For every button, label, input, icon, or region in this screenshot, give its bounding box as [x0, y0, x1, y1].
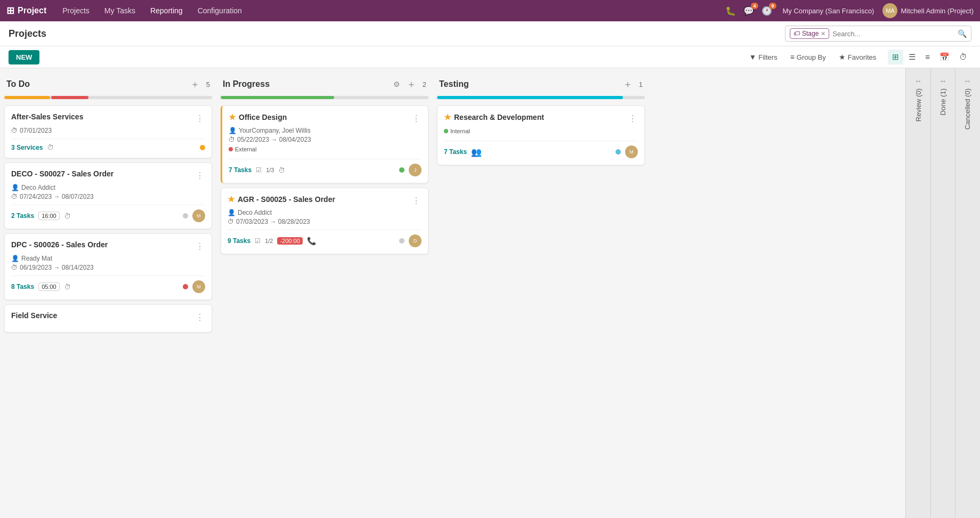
calendar-view-btn[interactable]: 📅 [935, 50, 954, 64]
new-button[interactable]: NEW [9, 50, 39, 64]
filters-label: Filters [758, 53, 777, 61]
filter-icon: ▼ [749, 53, 756, 61]
search-input[interactable] [832, 30, 954, 38]
col-settings-inprogress[interactable]: ⚙ [393, 80, 400, 88]
bug-icon[interactable]: 🐛 [723, 4, 738, 18]
card-menu-deco[interactable]: ⋮ [195, 169, 205, 182]
testing-bar-2 [624, 96, 645, 99]
col-add-testing[interactable]: ＋ [621, 77, 635, 92]
tasks-label-dpc: 8 Tasks [11, 283, 34, 290]
col-count-inprogress: 2 [423, 80, 426, 88]
card-title-office: ★ Office Design [229, 112, 287, 122]
topnav-icons: 🐛 💬 4 🕐 9 [723, 4, 774, 18]
groupby-icon: ≡ [790, 53, 795, 61]
tasks-label-research: 7 Tasks [444, 148, 467, 156]
avatar-dpc: M [192, 280, 205, 293]
app-logo[interactable]: ⊞ Project [6, 5, 46, 17]
dot-external [229, 147, 233, 151]
remove-filter[interactable]: ✕ [821, 30, 825, 37]
card-after-sales[interactable]: After-Sales Services ⋮ ⏱ 07/01/2023 3 Se… [4, 106, 212, 158]
nav-configuration[interactable]: Configuration [190, 0, 249, 21]
star-icon-office: ★ [229, 112, 236, 122]
collapsed-label-done: Done (1) [939, 88, 947, 120]
card-menu-dpc[interactable]: ⋮ [195, 240, 205, 253]
col-header-inprogress: In Progress ⚙ ＋ 2 [221, 77, 428, 96]
nav-projects[interactable]: Projects [55, 0, 97, 21]
subheader: Projects 🏷 Stage ✕ 🔍 [0, 21, 980, 46]
todo-bar-3 [90, 96, 204, 99]
todo-bar-1 [4, 96, 50, 99]
testing-bar-1 [437, 96, 623, 99]
card-office-design[interactable]: ★ Office Design ⋮ 👤 YourCompany, Joel Wi… [221, 106, 428, 183]
card-menu-agr[interactable]: ⋮ [411, 195, 422, 207]
card-menu-research[interactable]: ⋮ [627, 112, 638, 125]
card-meta-office: 👤 YourCompany, Joel Willis [229, 127, 422, 134]
avatar-office: J [409, 164, 422, 176]
status-dot-deco [183, 213, 188, 218]
col-header-todo: To Do ＋ 5 [4, 77, 212, 96]
card-field-service[interactable]: Field Service ⋮ [4, 304, 212, 333]
chat-icon[interactable]: 💬 4 [741, 4, 756, 18]
favorites-label: Favorites [848, 53, 876, 61]
toolbar: NEW ▼ Filters ≡ Group By ★ Favorites ⊞ ☰… [0, 46, 980, 68]
todo-bar-2 [51, 96, 88, 99]
stage-filter-tag[interactable]: 🏷 Stage ✕ [790, 28, 829, 39]
favorites-button[interactable]: ★ Favorites [833, 50, 881, 64]
nav-reporting[interactable]: Reporting [143, 0, 190, 21]
card-menu-after-sales[interactable]: ⋮ [195, 112, 205, 125]
col-title-testing: Testing [439, 79, 469, 89]
collapsed-col-review[interactable]: ↔ Review (0) [906, 68, 930, 518]
card-menu-office[interactable]: ⋮ [411, 112, 422, 125]
clock-icon: ⏱ [11, 264, 18, 271]
search-icon[interactable]: 🔍 [958, 29, 967, 38]
user-menu[interactable]: MA Mitchell Admin (Project) [882, 3, 974, 18]
phone-icon: 📞 [307, 237, 316, 245]
collapsed-col-done[interactable]: ↔ Done (1) [930, 68, 955, 518]
column-todo: To Do ＋ 5 After-Sales Services ⋮ ⏱ 07/01… [4, 77, 212, 517]
nav-mytasks[interactable]: My Tasks [97, 0, 143, 21]
list-view-btn[interactable]: ☰ [904, 50, 920, 64]
search-bar: 🏷 Stage ✕ 🔍 [785, 26, 971, 42]
status-dot-research [615, 149, 621, 155]
main-nav: Projects My Tasks Reporting Configuratio… [55, 0, 249, 21]
col-count-todo: 5 [206, 80, 210, 88]
collapsed-col-cancelled[interactable]: ↔ Cancelled (0) [955, 68, 979, 518]
card-agr-s00025[interactable]: ★ AGR - S00025 - Sales Order ⋮ 👤 Deco Ad… [221, 188, 428, 254]
check-icon: ☑ [256, 166, 262, 174]
clock-view-btn[interactable]: ⏱ [955, 50, 971, 64]
groupby-button[interactable]: ≡ Group By [785, 50, 831, 64]
card-research-dev[interactable]: ★ Research & Development ⋮ Internal 7 Ta… [437, 106, 645, 165]
card-meta-deco: 👤 Deco Addict [11, 184, 205, 191]
card-dpc-s00026[interactable]: DPC - S00026 - Sales Order ⋮ 👤 Ready Mat… [4, 233, 212, 300]
clock-icon-sm: ⏱ [64, 283, 71, 291]
filters-button[interactable]: ▼ Filters [743, 50, 782, 64]
col-add-inprogress[interactable]: ＋ [404, 77, 418, 92]
todo-progress [4, 96, 212, 99]
card-meta-agr: 👤 Deco Addict [228, 209, 422, 216]
testing-progress [437, 96, 645, 99]
card-menu-field[interactable]: ⋮ [195, 311, 205, 323]
column-inprogress: In Progress ⚙ ＋ 2 ★ Office Design ⋮ [221, 77, 428, 517]
col-count-testing: 1 [639, 80, 643, 88]
collapse-arrow-done: ↔ [939, 77, 947, 85]
card-title-research: ★ Research & Development [444, 112, 544, 122]
dot-internal [444, 129, 448, 133]
kanban-board: To Do ＋ 5 After-Sales Services ⋮ ⏱ 07/01… [0, 68, 905, 518]
col-title-todo: To Do [6, 79, 30, 89]
collapsed-label-review: Review (0) [914, 88, 922, 126]
page-title: Projects [9, 28, 46, 39]
clock-badge: 9 [769, 3, 776, 9]
kanban-view-btn[interactable]: ⊞ [888, 50, 903, 64]
activity-view-btn[interactable]: ≡ [921, 50, 934, 64]
main-content: To Do ＋ 5 After-Sales Services ⋮ ⏱ 07/01… [0, 68, 980, 518]
inprogress-bar-2 [335, 96, 428, 99]
tag-label: Stage [802, 30, 819, 37]
inprogress-progress [221, 96, 428, 99]
clock-icon[interactable]: 🕐 9 [759, 4, 774, 18]
card-deco-s00027[interactable]: DECO - S00027 - Sales Order ⋮ 👤 Deco Add… [4, 163, 212, 229]
chat-badge: 4 [751, 3, 758, 9]
check-icon: ☑ [255, 237, 261, 245]
clock-icon: ⏱ [228, 218, 234, 225]
col-add-todo[interactable]: ＋ [188, 77, 202, 92]
card-title-agr: ★ AGR - S00025 - Sales Order [228, 195, 335, 204]
